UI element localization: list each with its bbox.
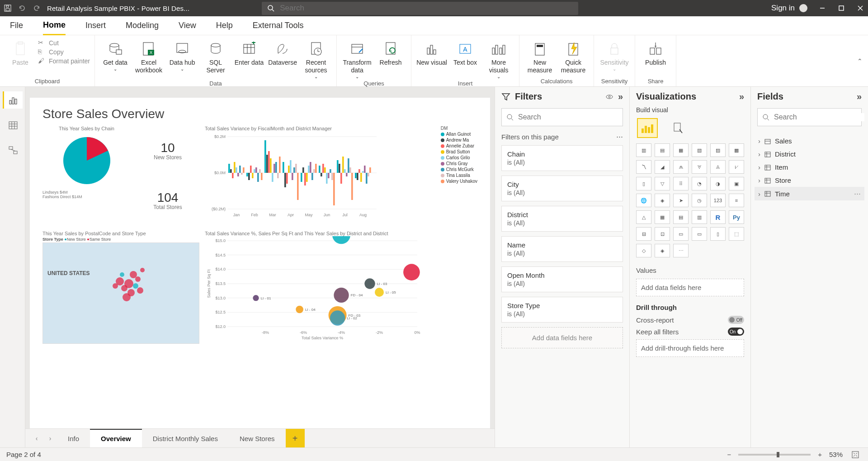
viz-type-0[interactable]: ▥ (636, 143, 651, 157)
viz-type-17[interactable]: ▣ (729, 177, 744, 190)
viz-type-18[interactable]: 🌐 (636, 194, 651, 207)
maximize-button[interactable] (837, 4, 845, 12)
save-icon[interactable] (4, 4, 12, 12)
viz-type-33[interactable]: ▭ (692, 227, 707, 241)
sql-server-button[interactable]: SQL Server (200, 38, 231, 74)
undo-icon[interactable] (18, 4, 26, 12)
menu-modeling[interactable]: Modeling (126, 16, 159, 35)
viz-type-30[interactable]: ⊟ (636, 227, 651, 241)
more-icon[interactable]: ⋯ (854, 190, 861, 198)
global-search-input[interactable] (280, 4, 578, 13)
filter-card-store-type[interactable]: Store Typeis (All) (501, 297, 623, 323)
viz-type-21[interactable]: ◷ (692, 194, 707, 207)
dataverse-button[interactable]: Dataverse (267, 38, 298, 67)
viz-type-15[interactable]: ◔ (692, 177, 707, 190)
viz-type-24[interactable]: △ (636, 210, 651, 224)
viz-type-9[interactable]: ⩔ (692, 160, 707, 174)
filter-card-open-month[interactable]: Open Monthis (All) (501, 266, 623, 292)
more-visuals-button[interactable]: More visuals⌄ (483, 38, 514, 79)
viz-type-38[interactable]: ⋯ (673, 244, 689, 257)
report-view-button[interactable] (3, 91, 23, 109)
field-table-store[interactable]: ›Store (755, 174, 864, 187)
new-visual-button[interactable]: New visual (416, 38, 448, 67)
viz-type-22[interactable]: 123 (710, 194, 726, 207)
page-tab-district[interactable]: District Monthly Sales (142, 429, 229, 447)
menu-insert[interactable]: Insert (85, 16, 106, 35)
fit-to-page-button[interactable] (849, 451, 862, 458)
filters-drop-zone[interactable]: Add data fields here (501, 327, 623, 348)
viz-type-14[interactable]: ⠿ (673, 177, 689, 190)
viz-type-13[interactable]: ▽ (655, 177, 670, 190)
transform-data-button[interactable]: Transform data⌄ (341, 38, 373, 79)
viz-type-11[interactable]: ⩗ (729, 160, 744, 174)
viz-type-1[interactable]: ▤ (655, 143, 670, 157)
ribbon-collapse-icon[interactable]: ⌃ (857, 57, 863, 65)
eye-icon[interactable] (605, 93, 613, 101)
page-tab-overview[interactable]: Overview (90, 429, 142, 447)
viz-type-5[interactable]: ▩ (729, 143, 744, 157)
filter-card-district[interactable]: Districtis (All) (501, 206, 623, 232)
viz-type-29[interactable]: Py (729, 210, 744, 224)
values-drop-zone[interactable]: Add data fields here (636, 279, 744, 296)
fields-search[interactable] (757, 108, 862, 126)
report-page[interactable]: Store Sales Overview This Year Sales by … (30, 98, 490, 428)
viz-type-37[interactable]: ◈ (655, 244, 670, 257)
collapse-icon[interactable]: » (618, 91, 623, 102)
filter-card-city[interactable]: Cityis (All) (501, 176, 623, 201)
menu-external-tools[interactable]: External Tools (253, 16, 304, 35)
new-measure-button[interactable]: New measure (524, 38, 556, 74)
zoom-in-button[interactable]: + (815, 451, 825, 458)
filter-card-name[interactable]: Nameis (All) (501, 236, 623, 262)
text-box-button[interactable]: AText box (449, 38, 481, 67)
more-icon[interactable]: ⋯ (616, 133, 623, 141)
redo-icon[interactable] (33, 4, 41, 12)
fields-search-input[interactable] (774, 113, 864, 121)
build-visual-mode[interactable] (638, 119, 657, 137)
variance-bar-chart[interactable]: Total Sales Variance by FiscalMonth and … (205, 126, 477, 225)
map-visual[interactable]: This Year Sales by PostalCode and Store … (42, 231, 199, 344)
enter-data-button[interactable]: Enter data (233, 38, 265, 67)
viz-type-6[interactable]: 〽 (636, 160, 651, 174)
add-page-button[interactable]: + (286, 429, 305, 447)
viz-type-25[interactable]: ▦ (655, 210, 670, 224)
viz-type-8[interactable]: ⩕ (673, 160, 689, 174)
filters-search[interactable] (501, 108, 623, 126)
filter-card-chain[interactable]: Chainis (All) (501, 145, 623, 171)
global-search[interactable] (262, 2, 578, 15)
viz-type-26[interactable]: ▤ (673, 210, 689, 224)
page-tab-info[interactable]: Info (57, 429, 90, 447)
viz-type-32[interactable]: ▭ (673, 227, 689, 241)
viz-type-31[interactable]: ⊡ (655, 227, 670, 241)
close-button[interactable] (856, 4, 864, 12)
data-hub-button[interactable]: Data hub⌄ (166, 38, 198, 71)
field-table-time[interactable]: ›Time⋯ (755, 187, 864, 200)
zoom-slider[interactable] (738, 454, 811, 456)
excel-workbook-button[interactable]: XExcel workbook (133, 38, 165, 74)
viz-type-3[interactable]: ▧ (692, 143, 707, 157)
publish-button[interactable]: Publish (640, 38, 671, 67)
model-view-button[interactable] (3, 142, 23, 159)
filters-search-input[interactable] (518, 113, 618, 121)
viz-type-2[interactable]: ▦ (673, 143, 689, 157)
viz-type-36[interactable]: ◇ (636, 244, 651, 257)
pie-chart[interactable]: This Year Sales by Chain Lindseys $4M Fa… (42, 126, 131, 225)
zoom-out-button[interactable]: − (724, 451, 734, 458)
field-table-item[interactable]: ›Item (755, 161, 864, 174)
viz-type-23[interactable]: ≡ (729, 194, 744, 207)
viz-type-19[interactable]: ◈ (655, 194, 670, 207)
card-visuals[interactable]: 10 New Stores 104 Total Stores (136, 126, 199, 225)
drill-through-drop-zone[interactable]: Add drill-through fields here (636, 339, 744, 357)
keep-filters-toggle[interactable]: On (728, 328, 744, 336)
viz-type-16[interactable]: ◑ (710, 177, 726, 190)
viz-type-34[interactable]: ▯ (710, 227, 726, 241)
viz-type-12[interactable]: ▯ (636, 177, 651, 190)
quick-measure-button[interactable]: Quick measure (557, 38, 589, 74)
viz-type-10[interactable]: ⩓ (710, 160, 726, 174)
viz-type-20[interactable]: ➤ (673, 194, 689, 207)
minimize-button[interactable] (818, 4, 826, 12)
refresh-button[interactable]: Refresh (375, 38, 406, 67)
menu-home[interactable]: Home (43, 16, 66, 35)
get-data-button[interactable]: Get data⌄ (99, 38, 131, 71)
tab-prev-button[interactable]: ‹ (30, 429, 43, 447)
scatter-chart[interactable]: Total Sales Variance %, Sales Per Sq Ft … (205, 231, 477, 344)
